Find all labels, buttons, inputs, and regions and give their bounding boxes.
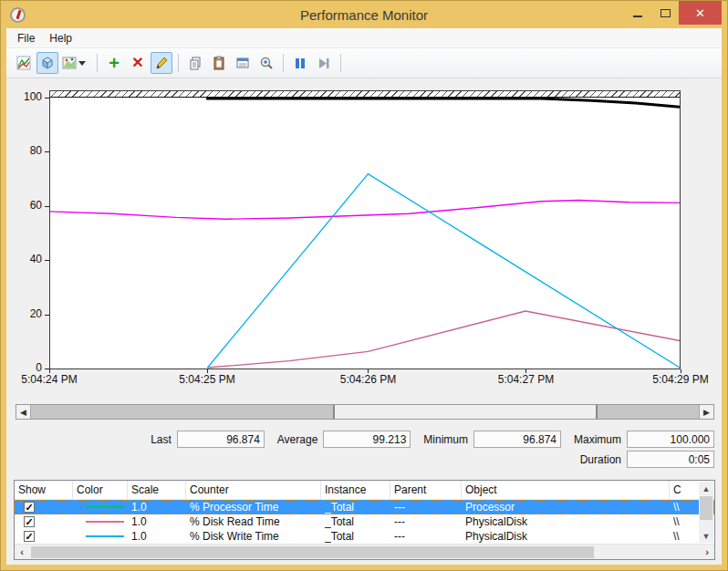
x-tick-label: 5:04:27 PM [498, 373, 554, 386]
show-cell: ✓ [15, 529, 73, 544]
line-chart-icon [16, 56, 31, 70]
color-swatch [86, 535, 124, 537]
color-cell [73, 529, 128, 544]
legend-row[interactable]: ✓1.0% Disk Read Time_Total---PhysicalDis… [15, 514, 714, 529]
toolbar-separator [340, 54, 341, 72]
scroll-right-arrow-icon[interactable]: › [700, 546, 714, 557]
show-checkbox[interactable]: ✓ [24, 502, 35, 513]
legend-vertical-scrollbar[interactable]: ▲ ▼ [699, 482, 713, 543]
pause-icon [293, 56, 307, 70]
legend-column-header[interactable]: Parent [390, 481, 462, 499]
scale-cell: 1.0 [128, 529, 186, 544]
legend-column-header[interactable]: Scale [128, 481, 186, 499]
parent-cell: --- [390, 529, 462, 544]
highlight-button[interactable] [151, 52, 172, 74]
menu-bar: File Help [6, 28, 722, 48]
series-disk-read-time [208, 311, 681, 368]
computer-cell: \\ [670, 514, 682, 529]
time-range-scrollbar[interactable]: ◀ ▶ [16, 404, 714, 420]
show-checkbox[interactable]: ✓ [24, 531, 35, 542]
client-area: File Help [6, 28, 722, 565]
show-checkbox[interactable]: ✓ [24, 516, 35, 527]
cube-icon [40, 56, 55, 70]
y-tick-label: 20 [11, 307, 42, 320]
y-axis: 020406080100 [6, 90, 49, 369]
series-magenta-counter [50, 201, 680, 220]
window-title: Performance Monitor [6, 7, 722, 23]
duration-label: Duration [580, 453, 621, 466]
graph-type-icon [62, 56, 77, 70]
duration-value: 0:05 [627, 451, 714, 468]
scroll-left-arrow-icon[interactable]: ◀ [16, 405, 31, 419]
delete-x-icon: ✕ [131, 56, 143, 70]
scroll-left-arrow-icon[interactable]: ‹ [15, 546, 29, 557]
legend-column-header[interactable]: Color [73, 481, 128, 499]
add-counter-button[interactable]: + [103, 52, 125, 74]
parent-cell: --- [390, 500, 462, 514]
legend-column-header[interactable]: Counter [186, 481, 321, 499]
titlebar: Performance Monitor ✕ [6, 1, 722, 28]
view-log-data-button[interactable] [36, 52, 58, 74]
legend-hscroll-track[interactable] [29, 545, 700, 559]
delete-counter-button[interactable]: ✕ [127, 52, 149, 74]
update-data-button[interactable] [313, 52, 335, 74]
x-tick-label: 5:04:25 PM [179, 373, 234, 386]
object-cell: PhysicalDisk [462, 529, 670, 544]
scroll-right-arrow-icon[interactable]: ▶ [699, 405, 713, 419]
time-range-thumb[interactable] [333, 405, 598, 419]
duration-row: Duration 0:05 [6, 451, 714, 468]
last-label: Last [151, 433, 172, 446]
show-cell: ✓ [15, 514, 73, 529]
color-cell [73, 514, 128, 529]
scroll-up-arrow-icon[interactable]: ▲ [699, 482, 713, 495]
y-tick-label: 40 [11, 253, 42, 265]
counter-legend-table: ShowColorScaleCounterInstanceParentObjec… [14, 480, 715, 560]
toolbar-separator [97, 54, 98, 72]
legend-header-row: ShowColorScaleCounterInstanceParentObjec… [15, 481, 714, 500]
color-swatch [86, 521, 124, 523]
legend-row[interactable]: ✓1.0% Disk Write Time_Total---PhysicalDi… [15, 529, 714, 544]
legend-vscroll-thumb[interactable] [700, 496, 712, 520]
object-cell: Processor [462, 500, 670, 514]
view-current-activity-button[interactable] [13, 52, 35, 74]
minimum-value: 96.874 [473, 431, 561, 448]
x-axis: 5:04:24 PM5:04:25 PM5:04:26 PM5:04:27 PM… [49, 369, 681, 386]
average-value: 99.213 [323, 431, 411, 448]
legend-column-header[interactable]: Object [462, 481, 670, 499]
y-tick-label: 60 [11, 199, 42, 212]
scale-cell: 1.0 [128, 500, 186, 514]
properties-button[interactable] [232, 52, 254, 74]
x-tick-label: 5:04:24 PM [21, 373, 77, 386]
instance-cell: _Total [321, 500, 390, 514]
highlight-pen-icon [154, 56, 169, 70]
legend-hscroll-thumb[interactable] [31, 546, 594, 558]
menu-help[interactable]: Help [42, 29, 79, 47]
zoom-button[interactable] [255, 52, 277, 74]
legend-row[interactable]: ✓1.0% Processor Time_Total---Processor\\ [15, 500, 714, 514]
maximum-value: 100.000 [627, 431, 714, 448]
x-tick-label: 5:04:29 PM [652, 373, 708, 386]
color-cell [73, 500, 128, 514]
y-tick-label: 80 [11, 144, 42, 157]
legend-column-header[interactable]: Show [15, 481, 73, 499]
instance-cell: _Total [321, 514, 390, 529]
legend-column-header[interactable]: Instance [321, 481, 390, 499]
scroll-down-arrow-icon[interactable]: ▼ [699, 529, 713, 543]
copy-icon [188, 56, 203, 70]
copy-properties-button[interactable] [184, 52, 206, 74]
paste-counter-list-button[interactable] [208, 52, 230, 74]
y-tick-label: 0 [11, 361, 42, 374]
properties-window-icon [235, 56, 250, 70]
freeze-display-button[interactable] [289, 52, 311, 74]
menu-file[interactable]: File [10, 29, 42, 47]
counter-cell: % Disk Write Time [186, 529, 321, 544]
change-graph-type-button[interactable] [60, 52, 91, 74]
counter-cell: % Disk Read Time [186, 514, 321, 529]
counter-cell: % Processor Time [186, 500, 321, 514]
stats-row: Last 96.874 Average 99.213 Minimum 96.87… [6, 431, 714, 448]
last-value: 96.874 [177, 431, 265, 448]
legend-horizontal-scrollbar[interactable]: ‹ › [15, 544, 714, 559]
series-processor-time-highlighted [206, 99, 680, 107]
plot-area [49, 90, 681, 369]
legend-body: ✓1.0% Processor Time_Total---Processor\\… [15, 500, 714, 544]
